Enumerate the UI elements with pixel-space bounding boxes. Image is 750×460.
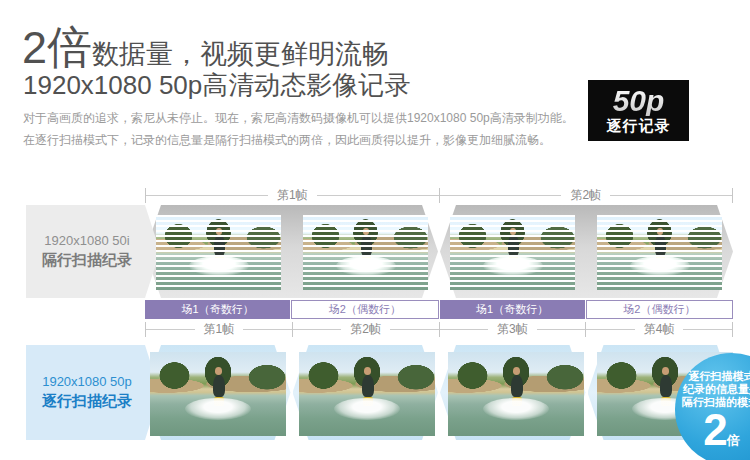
video-frame-interlaced <box>303 215 428 290</box>
multiplier-unit: 倍 <box>727 433 740 448</box>
progressive-row-label: 1920x1080 50p 逐行扫描纪录 <box>26 345 160 440</box>
top-frame-brackets: 第1帧 第2帧 <box>145 188 733 203</box>
bracket-label: 第1帧 <box>195 322 244 337</box>
bracket-label: 第2帧 <box>341 322 390 337</box>
interlaced-frames <box>156 215 722 290</box>
field-segment-odd: 场1（奇数行） <box>440 300 585 319</box>
interlaced-mode: 隔行扫描纪录 <box>42 251 132 270</box>
water-splash <box>185 398 250 420</box>
bracket-frame-2: 第2帧 <box>292 322 440 337</box>
water-splash <box>334 398 399 420</box>
water-skier <box>361 235 372 255</box>
water-splash <box>483 398 548 420</box>
50p-badge-subtitle: 逐行记录 <box>607 117 671 136</box>
progressive-mode: 逐行扫描纪录 <box>42 392 132 411</box>
scene-thumbnail <box>448 352 584 436</box>
scene-thumbnail <box>299 352 435 436</box>
field-segment-odd: 场1（奇数行） <box>145 300 290 319</box>
video-frame-progressive <box>150 352 286 436</box>
field-segment-even: 场2（偶数行） <box>291 300 438 319</box>
scene-thumbnail <box>156 215 281 290</box>
intro-line-2: 在逐行扫描模式下，记录的信息量是隔行扫描模式的两倍，因此画质得以提升，影像更加细… <box>23 129 574 151</box>
intro-paragraph: 对于高画质的追求，索尼从未停止。现在，索尼高清数码摄像机可以提供1920x108… <box>23 107 574 151</box>
video-frame-progressive <box>299 352 435 436</box>
water-skier <box>213 375 225 398</box>
title-emphasis: 2倍 <box>22 22 92 73</box>
water-skier <box>655 235 666 255</box>
scene-thumbnail <box>303 215 428 290</box>
water-splash <box>336 256 396 276</box>
multiplier-line-2: 纪录的信息量是 <box>682 383 750 396</box>
interlaced-row-label: 1920x1080 50i 隔行扫描纪录 <box>26 205 160 298</box>
bracket-frame-1: 第1帧 <box>145 188 440 203</box>
bracket-label: 第3帧 <box>488 322 537 337</box>
bracket-frame-3: 第3帧 <box>439 322 587 337</box>
video-frame-progressive <box>448 352 584 436</box>
water-skier <box>214 235 225 255</box>
water-splash <box>630 256 690 276</box>
progressive-resolution: 1920x1080 50p <box>42 374 132 389</box>
multiplier-number: 2 <box>703 405 726 454</box>
video-frame-interlaced <box>156 215 281 290</box>
bracket-frame-1: 第1帧 <box>145 322 293 337</box>
bracket-label: 第4帧 <box>635 322 684 337</box>
bracket-label: 第1帧 <box>268 188 317 203</box>
50p-badge: 50p 逐行记录 <box>588 80 689 141</box>
field-segment-even: 场2（偶数行） <box>586 300 733 319</box>
progressive-frames <box>150 352 733 436</box>
water-splash <box>483 256 543 276</box>
water-skier <box>660 375 672 398</box>
50p-badge-title: 50p <box>613 86 665 116</box>
bracket-frame-4: 第4帧 <box>585 322 733 337</box>
water-skier <box>511 375 523 398</box>
interlaced-resolution: 1920x1080 50i <box>44 233 129 248</box>
video-frame-interlaced <box>450 215 575 290</box>
title-text: 数据量，视频更鲜明流畅 <box>92 39 389 69</box>
multiplier-line-1: 逐行扫描模式 <box>682 370 750 383</box>
video-frame-interlaced <box>597 215 722 290</box>
scene-thumbnail <box>450 215 575 290</box>
field-band: 场1（奇数行） 场2（偶数行） 场1（奇数行） 场2（偶数行） <box>145 300 733 319</box>
scene-thumbnail <box>150 352 286 436</box>
bottom-frame-brackets: 第1帧 第2帧 第3帧 第4帧 <box>145 322 733 337</box>
water-splash <box>189 256 249 276</box>
marketing-page: 2倍数据量，视频更鲜明流畅 1920x1080 50p高清动态影像记录 对于高画… <box>0 0 750 460</box>
intro-line-1: 对于高画质的追求，索尼从未停止。现在，索尼高清数码摄像机可以提供1920x108… <box>23 107 574 129</box>
water-skier <box>362 375 374 398</box>
bracket-frame-2: 第2帧 <box>439 188 734 203</box>
multiplier-badge: 逐行扫描模式 纪录的信息量是 隔行扫描的模式的 2倍 <box>675 353 750 460</box>
water-skier <box>508 235 519 255</box>
multiplier-value: 2倍 <box>682 409 750 451</box>
page-subtitle: 1920x1080 50p高清动态影像记录 <box>23 68 410 103</box>
bracket-label: 第2帧 <box>561 188 610 203</box>
scene-thumbnail <box>597 215 722 290</box>
